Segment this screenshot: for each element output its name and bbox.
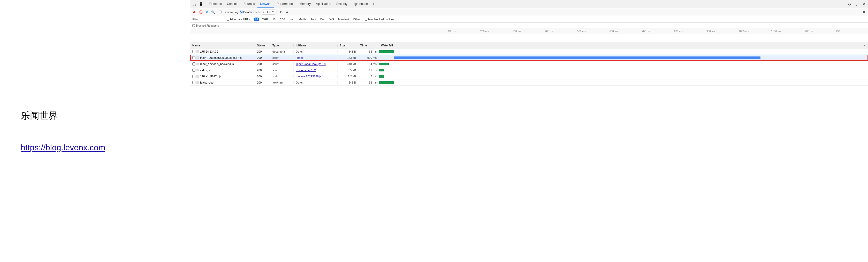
- td-initiator[interactable]: response.js:182: [293, 69, 338, 72]
- tab-more[interactable]: »: [370, 0, 377, 8]
- tab-memory[interactable]: Memory: [297, 0, 313, 8]
- timeline-tick: 200 ms: [480, 30, 489, 33]
- td-size: 448 kB: [338, 63, 358, 66]
- blocked-requests-checkbox[interactable]: [192, 24, 195, 27]
- td-type: document: [270, 50, 293, 53]
- table-row[interactable]: 118.e1b5617d.js200scriptruntime.83293299…: [190, 73, 868, 79]
- download-icon[interactable]: ⬇: [285, 9, 290, 15]
- filter-input[interactable]: [192, 18, 223, 21]
- file-icon: [196, 75, 199, 78]
- td-initiator: Other: [293, 50, 338, 53]
- has-blocked-cookies-label[interactable]: Has blocked cookies: [365, 18, 394, 21]
- hide-data-urls-checkbox[interactable]: [227, 18, 229, 21]
- record-button[interactable]: ⏺: [192, 9, 197, 15]
- td-name: react_devtools_backend.js: [190, 63, 255, 66]
- page-title: 乐闻世界: [21, 110, 58, 122]
- td-status: 200: [255, 56, 270, 59]
- row-checkbox[interactable]: [192, 69, 195, 72]
- waterfall-bar: [379, 50, 394, 53]
- file-icon: [196, 69, 199, 71]
- filter-type-css[interactable]: CSS: [278, 17, 287, 21]
- preserve-log-checkbox[interactable]: [219, 10, 222, 13]
- filter-type-img[interactable]: Img: [288, 17, 296, 21]
- td-time: 35 ms: [358, 50, 379, 53]
- waterfall-bar: [394, 57, 761, 59]
- filter-type-manifest[interactable]: Manifest: [337, 17, 350, 21]
- td-time: 920 ms: [358, 56, 379, 59]
- tab-console[interactable]: Console: [224, 0, 241, 8]
- tab-security[interactable]: Security: [334, 0, 350, 8]
- td-name: main-7003b5e5b2690983a5d7.js: [190, 56, 255, 59]
- waterfall-empty-row: [190, 34, 868, 42]
- search-button[interactable]: 🔍: [210, 9, 216, 15]
- tab-network[interactable]: Network: [257, 0, 274, 8]
- table-row[interactable]: react_devtools_backend.js200scriptinject…: [190, 61, 868, 67]
- inspect-icon[interactable]: ⬚: [191, 1, 197, 7]
- filter-type-font[interactable]: Font: [309, 17, 317, 21]
- row-checkbox[interactable]: [192, 63, 195, 66]
- th-name[interactable]: Name: [190, 44, 255, 47]
- table-row[interactable]: favicon.ico200text/htmlOther543 B36 ms: [190, 79, 868, 86]
- filter-type-all[interactable]: All: [254, 17, 259, 21]
- table-row[interactable]: 175.24.134.39200documentOther543 B35 ms: [190, 48, 868, 55]
- td-waterfall: [379, 73, 868, 79]
- clear-button[interactable]: 🚫: [198, 9, 203, 15]
- has-blocked-cookies-checkbox[interactable]: [365, 18, 367, 21]
- td-status: 200: [255, 75, 270, 78]
- tab-sources[interactable]: Sources: [241, 0, 257, 8]
- row-checkbox[interactable]: [192, 50, 195, 53]
- th-initiator[interactable]: Initiator: [293, 44, 338, 47]
- table-row[interactable]: main-7003b5e5b2690983a5d7.js200script(in…: [190, 55, 868, 61]
- th-time[interactable]: Time: [358, 44, 379, 47]
- close-icon[interactable]: ✕: [861, 1, 867, 7]
- tab-application[interactable]: Application: [313, 0, 334, 8]
- timeline-tick: 800 ms: [674, 30, 683, 33]
- row-name: 175.24.134.39: [200, 50, 218, 53]
- toolbar-divider-1: [217, 10, 217, 14]
- timeline-ruler: 100 ms200 ms300 ms400 ms500 ms600 ms700 …: [190, 28, 868, 34]
- td-initiator[interactable]: injectGlobalHook.js:518: [293, 63, 338, 66]
- disable-cache-label[interactable]: Disable cache: [240, 10, 261, 14]
- tab-performance[interactable]: Performance: [274, 0, 297, 8]
- online-dropdown[interactable]: Online ▾: [262, 9, 275, 15]
- devtools-tab-bar: ⬚ 📱 Elements Console Sources Network Per…: [190, 0, 868, 8]
- devtools-panel: ⬚ 📱 Elements Console Sources Network Per…: [190, 0, 868, 262]
- filter-type-doc[interactable]: Doc: [319, 17, 327, 21]
- th-status[interactable]: Status: [255, 44, 270, 47]
- more-options-icon[interactable]: ⋮: [854, 1, 860, 7]
- td-initiator[interactable]: runtime.83293299.js:1: [293, 75, 338, 78]
- filter-type-ws[interactable]: WS: [328, 17, 335, 21]
- th-size[interactable]: Size: [338, 44, 358, 47]
- disable-cache-checkbox[interactable]: [240, 10, 243, 13]
- td-initiator[interactable]: (index): [293, 56, 338, 59]
- td-type: script: [270, 63, 293, 66]
- settings-icon[interactable]: ⚙: [846, 1, 852, 7]
- preserve-log-label[interactable]: Preserve log: [219, 10, 239, 14]
- th-waterfall[interactable]: Waterfall ▼: [379, 44, 868, 47]
- table-rows-container: 175.24.134.39200documentOther543 B35 msm…: [190, 48, 868, 86]
- waterfall-bar: [379, 69, 384, 71]
- filter-type-xhr[interactable]: XHR: [261, 17, 269, 21]
- search-close-icon[interactable]: ✕: [861, 9, 866, 15]
- filter-type-media[interactable]: Media: [297, 17, 308, 21]
- table-row[interactable]: index.js200scriptresponse.js:1829.5 kB11…: [190, 67, 868, 73]
- td-size: 543 B: [338, 50, 358, 53]
- td-name: 175.24.134.39: [190, 50, 255, 53]
- row-checkbox[interactable]: [192, 81, 195, 84]
- upload-icon[interactable]: ⬆: [278, 9, 284, 15]
- td-size: 1.2 kB: [338, 75, 358, 78]
- hide-data-urls-label[interactable]: Hide data URLs: [227, 18, 250, 21]
- tab-elements[interactable]: Elements: [206, 0, 224, 8]
- filter-type-other[interactable]: Other: [352, 17, 362, 21]
- row-checkbox[interactable]: [192, 56, 195, 59]
- device-icon[interactable]: 📱: [198, 1, 204, 7]
- timeline-tick: 1100 ms: [771, 30, 781, 33]
- filter-type-js[interactable]: JS: [271, 17, 277, 21]
- tab-lighthouse[interactable]: Lighthouse: [350, 0, 370, 8]
- row-checkbox[interactable]: [192, 75, 195, 78]
- th-type[interactable]: Type: [270, 44, 293, 47]
- filter-button[interactable]: ⊘: [204, 9, 209, 15]
- td-type: script: [270, 56, 293, 59]
- page-link[interactable]: https://blog.levenx.com: [21, 143, 105, 152]
- td-time: 5 ms: [358, 75, 379, 78]
